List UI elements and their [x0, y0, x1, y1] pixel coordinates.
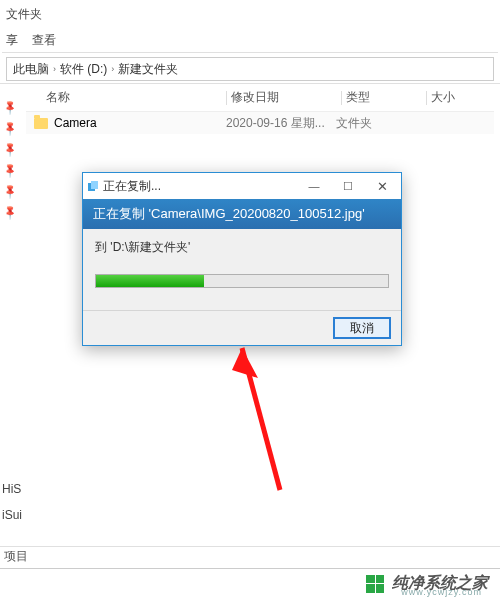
- status-bar: 项目: [0, 546, 500, 566]
- breadcrumb-root[interactable]: 此电脑: [13, 61, 49, 78]
- watermark-footer: 纯净系统之家 www.ycwjzy.com: [0, 568, 500, 598]
- cancel-button[interactable]: 取消: [333, 317, 391, 339]
- pin-icon: 📌: [2, 183, 18, 199]
- column-header-type[interactable]: 类型: [346, 89, 426, 106]
- breadcrumb-folder[interactable]: 新建文件夹: [118, 61, 178, 78]
- dialog-title: 正在复制...: [103, 178, 161, 195]
- ribbon-view[interactable]: 查看: [32, 32, 56, 49]
- minimize-button[interactable]: —: [297, 174, 331, 198]
- dialog-banner: 正在复制 'Camera\IMG_20200820_100512.jpg': [83, 199, 401, 229]
- file-type: 文件夹: [336, 115, 416, 132]
- table-row[interactable]: Camera 2020-09-16 星期... 文件夹: [26, 112, 494, 134]
- dialog-titlebar[interactable]: 正在复制... — ☐ ✕: [83, 173, 401, 199]
- sidebar-links: HiS iSui: [0, 476, 22, 528]
- status-label: 项目: [4, 548, 28, 565]
- maximize-button[interactable]: ☐: [331, 174, 365, 198]
- pin-icon: 📌: [2, 162, 18, 178]
- progress-bar: [95, 274, 389, 288]
- pin-icon: 📌: [2, 120, 18, 136]
- progress-fill: [96, 275, 204, 287]
- breadcrumb-drive[interactable]: 软件 (D:): [60, 61, 107, 78]
- quick-access-rail: 📌 📌 📌 📌 📌 📌: [0, 84, 20, 543]
- ribbon-tab-folder[interactable]: 文件夹: [6, 6, 42, 23]
- sidebar-item[interactable]: iSui: [0, 502, 22, 528]
- folder-icon: [34, 118, 48, 129]
- copy-dialog: 正在复制... — ☐ ✕ 正在复制 'Camera\IMG_20200820_…: [82, 172, 402, 346]
- brand-url: www.ycwjzy.com: [401, 587, 482, 597]
- sidebar-item[interactable]: HiS: [0, 476, 22, 502]
- file-date: 2020-09-16 星期...: [226, 115, 336, 132]
- file-name: Camera: [54, 116, 97, 130]
- copy-icon: [87, 180, 99, 192]
- dialog-destination: 到 'D:\新建文件夹': [95, 239, 389, 256]
- ribbon-share[interactable]: 享: [6, 32, 18, 49]
- svg-rect-1: [91, 181, 98, 189]
- pin-icon: 📌: [2, 99, 18, 115]
- chevron-right-icon: ›: [111, 64, 114, 74]
- column-header-name[interactable]: 名称: [26, 89, 226, 106]
- brand-logo-icon: [366, 575, 384, 593]
- breadcrumb[interactable]: 此电脑 › 软件 (D:) › 新建文件夹: [6, 57, 494, 81]
- pin-icon: 📌: [2, 141, 18, 157]
- pin-icon: 📌: [2, 204, 18, 220]
- column-header-date[interactable]: 修改日期: [231, 89, 341, 106]
- chevron-right-icon: ›: [53, 64, 56, 74]
- close-button[interactable]: ✕: [365, 174, 399, 198]
- column-header-size[interactable]: 大小: [431, 89, 491, 106]
